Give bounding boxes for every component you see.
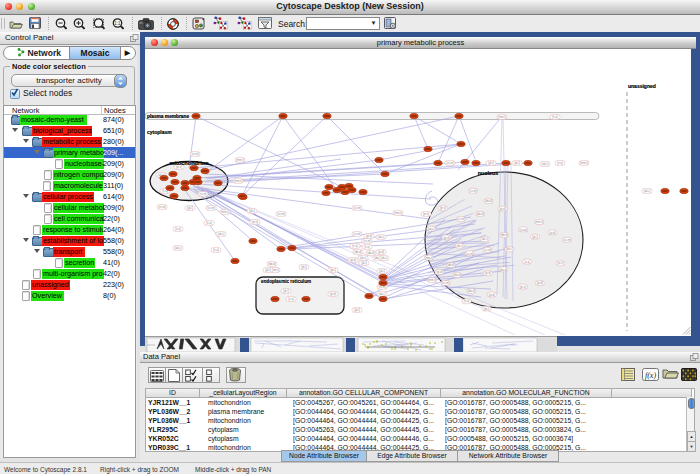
svg-text:[gt-d]: [gt-d] — [549, 231, 555, 235]
svg-text:[ab-c]: [ab-c] — [218, 232, 225, 236]
svg-text:[cv-m]: [cv-m] — [199, 192, 206, 196]
svg-text:[yk-l]: [yk-l] — [514, 161, 520, 165]
svg-text:[yk-l]: [yk-l] — [379, 269, 385, 273]
svg-text:unassigned: unassigned — [628, 83, 656, 89]
svg-text:[dw-d]: [dw-d] — [485, 199, 492, 203]
svg-text:[mm-t]: [mm-t] — [234, 179, 242, 183]
svg-text:mitochondrion: mitochondrion — [169, 160, 209, 166]
svg-text:1:1: 1:1 — [114, 21, 121, 26]
svg-text:[gt-d]: [gt-d] — [485, 271, 491, 275]
svg-text:[gt-d]: [gt-d] — [500, 207, 506, 211]
svg-text:[tr-a]: [tr-a] — [213, 248, 219, 252]
svg-text:[yk-l]: [yk-l] — [361, 261, 367, 265]
svg-text:[cv-m]: [cv-m] — [353, 206, 360, 210]
svg-text:[dw-d]: [dw-d] — [447, 263, 454, 267]
svg-text:[cv-m]: [cv-m] — [442, 281, 449, 285]
svg-text:[dw-d]: [dw-d] — [354, 250, 361, 254]
svg-text:[cv-m]: [cv-m] — [446, 161, 453, 165]
svg-text:[cv-m]: [cv-m] — [484, 248, 491, 252]
svg-text:[mm-t]: [mm-t] — [580, 161, 588, 165]
svg-text:[yk-l]: [yk-l] — [301, 265, 307, 269]
svg-text:[tr-a]: [tr-a] — [364, 245, 370, 249]
svg-text:[tr-a]: [tr-a] — [288, 297, 294, 301]
svg-text:[pr-x]: [pr-x] — [520, 285, 526, 289]
svg-text:[dw-d]: [dw-d] — [500, 268, 507, 272]
svg-text:[cv-m]: [cv-m] — [457, 217, 464, 221]
svg-text:[tr-a]: [tr-a] — [206, 221, 212, 225]
svg-text:endoplasmic reticulum: endoplasmic reticulum — [261, 279, 311, 284]
svg-text:[cv-m]: [cv-m] — [353, 232, 360, 236]
svg-text:[cv-m]: [cv-m] — [469, 189, 476, 193]
svg-text:[dw-d]: [dw-d] — [367, 251, 374, 255]
svg-text:nucleus: nucleus — [478, 170, 498, 176]
svg-text:[pr-x]: [pr-x] — [252, 220, 258, 224]
svg-text:[yk-l]: [yk-l] — [532, 235, 538, 239]
svg-text:[yk-l]: [yk-l] — [484, 307, 490, 311]
svg-text:plasma membrane: plasma membrane — [147, 114, 189, 119]
svg-text:[ab-c]: [ab-c] — [542, 162, 549, 166]
svg-text:[dw-d]: [dw-d] — [454, 273, 461, 277]
svg-text:[dw-d]: [dw-d] — [477, 212, 484, 216]
svg-text:[mm-t]: [mm-t] — [428, 278, 436, 282]
svg-text:[tr-a]: [tr-a] — [464, 299, 470, 303]
svg-text:[ab-c]: [ab-c] — [360, 256, 367, 260]
svg-text:[gt-d]: [gt-d] — [378, 250, 384, 254]
svg-text:[pr-x]: [pr-x] — [440, 206, 446, 210]
svg-text:[cv-m]: [cv-m] — [466, 252, 473, 256]
svg-text:[ab-c]: [ab-c] — [381, 256, 388, 260]
svg-text:[tr-a]: [tr-a] — [352, 244, 358, 248]
svg-text:[dw-d]: [dw-d] — [468, 289, 475, 293]
svg-text:[cv-m]: [cv-m] — [158, 205, 165, 209]
svg-text:[ab-c]: [ab-c] — [378, 235, 385, 239]
svg-text:[ab-c]: [ab-c] — [456, 244, 463, 248]
svg-text:[ab-c]: [ab-c] — [481, 237, 488, 241]
svg-text:[cv-m]: [cv-m] — [520, 228, 527, 232]
svg-text:[cv-m]: [cv-m] — [563, 238, 570, 242]
svg-text:[pr-x]: [pr-x] — [558, 261, 564, 265]
svg-text:[cv-m]: [cv-m] — [207, 206, 214, 210]
svg-text:[yk-l]: [yk-l] — [283, 289, 289, 293]
svg-text:[dw-d]: [dw-d] — [268, 262, 275, 266]
svg-text:[tr-a]: [tr-a] — [552, 115, 558, 119]
svg-text:[mm-t]: [mm-t] — [221, 210, 229, 214]
svg-text:[mm-t]: [mm-t] — [394, 211, 402, 215]
svg-text:[dw-d]: [dw-d] — [501, 233, 508, 237]
svg-text:[tr-a]: [tr-a] — [557, 161, 563, 165]
svg-text:[gt-d]: [gt-d] — [350, 258, 356, 262]
svg-text:[tr-a]: [tr-a] — [175, 227, 181, 231]
svg-text:[ab-c]: [ab-c] — [428, 227, 435, 231]
svg-text:[ab-c]: [ab-c] — [644, 189, 651, 193]
svg-text:[pr-x]: [pr-x] — [423, 212, 429, 216]
svg-text:[yk-l]: [yk-l] — [187, 206, 193, 210]
svg-text:[gt-d]: [gt-d] — [443, 236, 449, 240]
svg-text:[cv-m]: [cv-m] — [277, 212, 284, 216]
svg-text:[tr-a]: [tr-a] — [524, 260, 530, 264]
svg-text:f(x): f(x) — [645, 371, 656, 380]
svg-text:[yk-l]: [yk-l] — [354, 308, 360, 312]
svg-text:[yk-l]: [yk-l] — [488, 161, 494, 165]
svg-text:[yk-l]: [yk-l] — [265, 268, 271, 272]
svg-text:[mm-t]: [mm-t] — [536, 220, 544, 224]
svg-text:[yk-l]: [yk-l] — [330, 268, 336, 272]
svg-text:[mm-t]: [mm-t] — [498, 115, 506, 119]
svg-text:[gt-d]: [gt-d] — [489, 293, 495, 297]
svg-text:[ab-c]: [ab-c] — [175, 246, 182, 250]
svg-text:[cv-m]: [cv-m] — [191, 152, 198, 156]
svg-text:[cv-m]: [cv-m] — [363, 239, 370, 243]
svg-text:[ab-c]: [ab-c] — [506, 247, 513, 251]
svg-text:[gt-d]: [gt-d] — [366, 234, 372, 238]
svg-text:[gt-d]: [gt-d] — [537, 281, 543, 285]
svg-text:[ab-c]: [ab-c] — [379, 292, 386, 296]
svg-text:[mm-t]: [mm-t] — [425, 256, 433, 260]
svg-text:cytoplasm: cytoplasm — [147, 129, 172, 135]
svg-text:[gt-d]: [gt-d] — [330, 292, 336, 296]
svg-text:[yk-l]: [yk-l] — [249, 209, 255, 213]
svg-text:[gt-d]: [gt-d] — [436, 270, 442, 274]
svg-text:[mm-t]: [mm-t] — [236, 158, 244, 162]
